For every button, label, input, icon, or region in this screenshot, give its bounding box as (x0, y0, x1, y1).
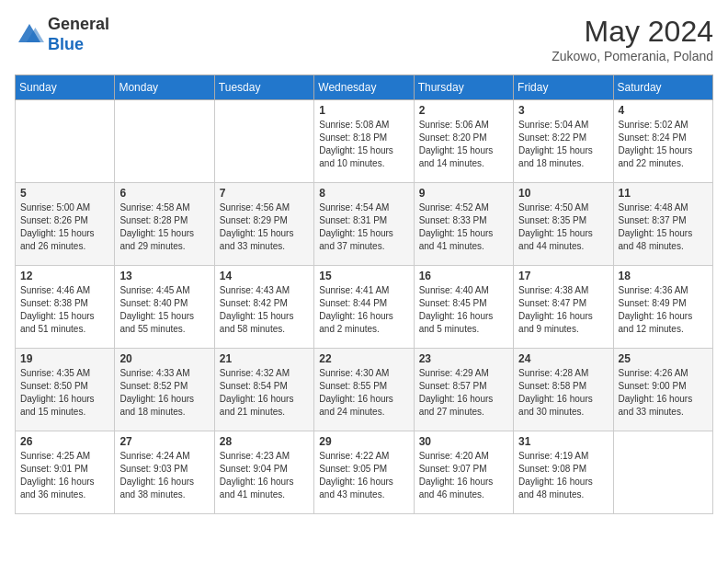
day-number: 3 (518, 104, 608, 117)
day-info: Sunrise: 4:22 AM Sunset: 9:05 PM Dayligh… (319, 450, 408, 501)
calendar-cell: 29Sunrise: 4:22 AM Sunset: 9:05 PM Dayli… (314, 431, 414, 514)
day-info: Sunrise: 4:46 AM Sunset: 8:38 PM Dayligh… (20, 284, 109, 336)
calendar-cell (16, 100, 115, 183)
calendar-cell: 11Sunrise: 4:48 AM Sunset: 8:37 PM Dayli… (613, 183, 712, 266)
day-info: Sunrise: 4:23 AM Sunset: 9:04 PM Dayligh… (220, 450, 309, 501)
calendar-cell: 2Sunrise: 5:06 AM Sunset: 8:20 PM Daylig… (414, 100, 513, 183)
calendar-cell: 13Sunrise: 4:45 AM Sunset: 8:40 PM Dayli… (115, 266, 214, 349)
week-row-3: 12Sunrise: 4:46 AM Sunset: 8:38 PM Dayli… (16, 266, 713, 349)
day-info: Sunrise: 5:02 AM Sunset: 8:24 PM Dayligh… (619, 119, 708, 170)
day-info: Sunrise: 4:50 AM Sunset: 8:35 PM Dayligh… (518, 201, 608, 253)
day-info: Sunrise: 5:04 AM Sunset: 8:22 PM Dayligh… (518, 119, 608, 170)
weekday-header-tuesday: Tuesday (214, 75, 313, 100)
calendar-cell: 21Sunrise: 4:32 AM Sunset: 8:54 PM Dayli… (214, 349, 313, 431)
week-row-1: 1Sunrise: 5:08 AM Sunset: 8:18 PM Daylig… (16, 100, 713, 183)
day-number: 16 (419, 270, 508, 282)
weekday-header-saturday: Saturday (613, 75, 712, 100)
calendar-cell: 12Sunrise: 4:46 AM Sunset: 8:38 PM Dayli… (16, 266, 115, 349)
day-number: 15 (319, 270, 408, 282)
day-number: 11 (619, 187, 708, 200)
day-info: Sunrise: 4:33 AM Sunset: 8:52 PM Dayligh… (119, 367, 209, 419)
day-info: Sunrise: 4:48 AM Sunset: 8:37 PM Dayligh… (619, 201, 708, 253)
weekday-header-sunday: Sunday (16, 75, 115, 100)
week-row-5: 26Sunrise: 4:25 AM Sunset: 9:01 PM Dayli… (16, 431, 713, 514)
day-number: 7 (220, 187, 309, 200)
day-number: 27 (119, 435, 209, 448)
weekday-header-monday: Monday (115, 75, 214, 100)
calendar-cell: 14Sunrise: 4:43 AM Sunset: 8:42 PM Dayli… (214, 266, 313, 349)
calendar-cell: 3Sunrise: 5:04 AM Sunset: 8:22 PM Daylig… (514, 100, 613, 183)
logo-blue-text: Blue (48, 35, 109, 55)
calendar-cell: 31Sunrise: 4:19 AM Sunset: 9:08 PM Dayli… (514, 431, 613, 514)
day-number: 2 (419, 104, 508, 117)
calendar-cell: 28Sunrise: 4:23 AM Sunset: 9:04 PM Dayli… (214, 431, 313, 514)
day-number: 12 (20, 270, 109, 282)
weekday-header-thursday: Thursday (414, 75, 513, 100)
calendar-cell: 30Sunrise: 4:20 AM Sunset: 9:07 PM Dayli… (414, 431, 513, 514)
calendar-cell: 20Sunrise: 4:33 AM Sunset: 8:52 PM Dayli… (115, 349, 214, 431)
calendar-cell: 4Sunrise: 5:02 AM Sunset: 8:24 PM Daylig… (613, 100, 712, 183)
calendar-cell (613, 431, 712, 514)
day-info: Sunrise: 4:28 AM Sunset: 8:58 PM Dayligh… (518, 367, 608, 419)
day-info: Sunrise: 4:36 AM Sunset: 8:49 PM Dayligh… (619, 284, 708, 336)
day-info: Sunrise: 4:35 AM Sunset: 8:50 PM Dayligh… (20, 367, 109, 419)
day-number: 24 (518, 352, 608, 365)
calendar-cell: 8Sunrise: 4:54 AM Sunset: 8:31 PM Daylig… (314, 183, 414, 266)
weekday-header-wednesday: Wednesday (314, 75, 414, 100)
calendar-cell: 18Sunrise: 4:36 AM Sunset: 8:49 PM Dayli… (613, 266, 712, 349)
weekday-header-friday: Friday (514, 75, 613, 100)
calendar-cell: 5Sunrise: 5:00 AM Sunset: 8:26 PM Daylig… (16, 183, 115, 266)
calendar-cell: 27Sunrise: 4:24 AM Sunset: 9:03 PM Dayli… (115, 431, 214, 514)
day-number: 19 (20, 352, 109, 365)
calendar-cell: 26Sunrise: 4:25 AM Sunset: 9:01 PM Dayli… (16, 431, 115, 514)
calendar-cell: 9Sunrise: 4:52 AM Sunset: 8:33 PM Daylig… (414, 183, 513, 266)
day-number: 25 (619, 352, 708, 365)
day-number: 10 (518, 187, 608, 200)
calendar-cell: 25Sunrise: 4:26 AM Sunset: 9:00 PM Dayli… (613, 349, 712, 431)
calendar-cell (115, 100, 214, 183)
day-number: 6 (119, 187, 209, 200)
calendar-cell: 19Sunrise: 4:35 AM Sunset: 8:50 PM Dayli… (16, 349, 115, 431)
location-subtitle: Zukowo, Pomerania, Poland (552, 49, 713, 63)
day-info: Sunrise: 4:58 AM Sunset: 8:28 PM Dayligh… (119, 201, 209, 253)
day-number: 18 (619, 270, 708, 282)
calendar-cell: 15Sunrise: 4:41 AM Sunset: 8:44 PM Dayli… (314, 266, 414, 349)
day-info: Sunrise: 4:45 AM Sunset: 8:40 PM Dayligh… (119, 284, 209, 336)
week-row-4: 19Sunrise: 4:35 AM Sunset: 8:50 PM Dayli… (16, 349, 713, 431)
logo-icon (15, 20, 44, 50)
day-number: 5 (20, 187, 109, 200)
day-info: Sunrise: 4:41 AM Sunset: 8:44 PM Dayligh… (319, 284, 408, 336)
calendar-cell: 10Sunrise: 4:50 AM Sunset: 8:35 PM Dayli… (514, 183, 613, 266)
logo-text: General Blue (48, 15, 109, 54)
day-number: 17 (518, 270, 608, 282)
day-info: Sunrise: 5:00 AM Sunset: 8:26 PM Dayligh… (20, 201, 109, 253)
day-number: 30 (419, 435, 508, 448)
month-year-title: May 2024 (552, 15, 713, 49)
day-number: 4 (619, 104, 708, 117)
day-info: Sunrise: 4:29 AM Sunset: 8:57 PM Dayligh… (419, 367, 508, 419)
day-number: 8 (319, 187, 408, 200)
calendar-cell: 17Sunrise: 4:38 AM Sunset: 8:47 PM Dayli… (514, 266, 613, 349)
day-info: Sunrise: 4:52 AM Sunset: 8:33 PM Dayligh… (419, 201, 508, 253)
day-info: Sunrise: 4:54 AM Sunset: 8:31 PM Dayligh… (319, 201, 408, 253)
day-number: 14 (220, 270, 309, 282)
day-info: Sunrise: 4:19 AM Sunset: 9:08 PM Dayligh… (518, 450, 608, 501)
day-number: 31 (518, 435, 608, 448)
day-number: 20 (119, 352, 209, 365)
calendar-cell: 23Sunrise: 4:29 AM Sunset: 8:57 PM Dayli… (414, 349, 513, 431)
week-row-2: 5Sunrise: 5:00 AM Sunset: 8:26 PM Daylig… (16, 183, 713, 266)
page-header: General Blue May 2024 Zukowo, Pomerania,… (15, 15, 713, 63)
day-info: Sunrise: 4:20 AM Sunset: 9:07 PM Dayligh… (419, 450, 508, 501)
day-info: Sunrise: 4:24 AM Sunset: 9:03 PM Dayligh… (119, 450, 209, 501)
day-info: Sunrise: 4:25 AM Sunset: 9:01 PM Dayligh… (20, 450, 109, 501)
logo-general-text: General (48, 15, 109, 35)
day-info: Sunrise: 4:26 AM Sunset: 9:00 PM Dayligh… (619, 367, 708, 419)
day-info: Sunrise: 5:06 AM Sunset: 8:20 PM Dayligh… (419, 119, 508, 170)
day-info: Sunrise: 4:40 AM Sunset: 8:45 PM Dayligh… (419, 284, 508, 336)
calendar-cell: 24Sunrise: 4:28 AM Sunset: 8:58 PM Dayli… (514, 349, 613, 431)
day-number: 21 (220, 352, 309, 365)
title-block: May 2024 Zukowo, Pomerania, Poland (552, 15, 713, 63)
logo: General Blue (15, 15, 109, 54)
day-number: 29 (319, 435, 408, 448)
day-number: 1 (319, 104, 408, 117)
